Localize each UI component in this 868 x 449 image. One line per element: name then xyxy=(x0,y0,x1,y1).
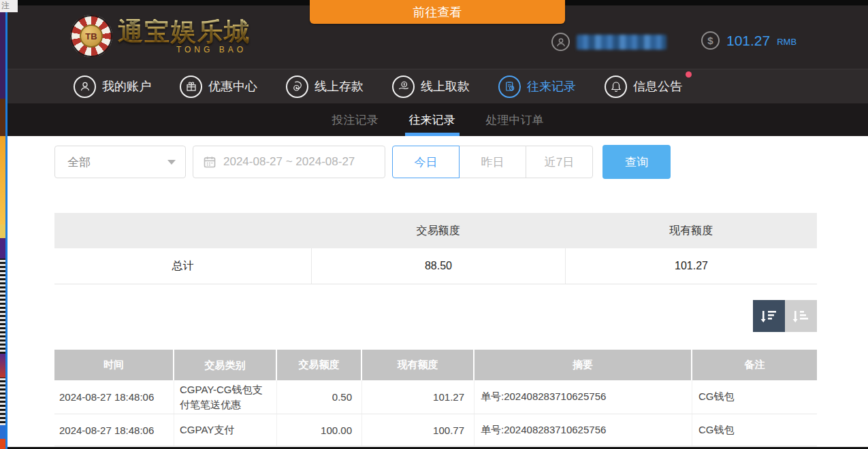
col-header-note: 备注 xyxy=(692,350,817,380)
notification-dot xyxy=(686,71,692,78)
type-select[interactable]: 全部 xyxy=(54,146,186,178)
summary-transaction-total: 88.50 xyxy=(311,248,565,284)
balance-currency: RMB xyxy=(777,37,797,47)
summary-total-label: 总计 xyxy=(54,248,311,284)
tab-bet-records[interactable]: 投注记录 xyxy=(332,112,379,136)
nav-label: 线上存款 xyxy=(315,78,364,95)
last7days-button[interactable]: 近7日 xyxy=(526,146,593,178)
poker-chip-icon: TB xyxy=(70,15,112,57)
today-button[interactable]: 今日 xyxy=(392,146,460,178)
sub-tabs: 投注记录 往来记录 处理中订单 xyxy=(7,103,868,136)
nav-item-deposit[interactable]: 线上存款 xyxy=(286,76,364,98)
background-page-sliver xyxy=(0,0,5,449)
username-masked xyxy=(577,35,666,50)
main-nav: 我的账户 优惠中心 线上存款 线上取款 xyxy=(7,69,868,103)
col-header-amount: 交易额度 xyxy=(277,350,362,380)
app-window: 前往查看 TB 通宝娱乐城 TONG BAO xyxy=(7,0,868,449)
cell-note: CG钱包 xyxy=(692,414,817,446)
nav-item-promotions[interactable]: 优惠中心 xyxy=(180,76,257,98)
goto-view-button[interactable]: 前往查看 xyxy=(310,0,565,24)
cell-summary: 单号:202408283710625756 xyxy=(475,380,692,414)
coin-icon: $ xyxy=(701,31,720,50)
sort-ascending-button[interactable] xyxy=(785,300,817,332)
table-row: 2024-08-27 18:48:06 CGPAY-CG钱包支付笔笔送优惠 0.… xyxy=(54,380,817,414)
nav-label: 往来记录 xyxy=(527,78,576,95)
nav-item-my-account[interactable]: 我的账户 xyxy=(74,76,151,98)
summary-total-row: 总计 88.50 101.27 xyxy=(54,248,817,284)
user-avatar-icon xyxy=(551,33,570,51)
logo-subtitle: TONG BAO xyxy=(176,46,246,54)
balance-area[interactable]: $ 101.27 RMB xyxy=(701,31,797,50)
chevron-down-icon xyxy=(167,160,176,165)
records-header-row: 时间 交易类别 交易额度 现有额度 摘要 备注 xyxy=(54,350,817,380)
cell-amount: 100.00 xyxy=(277,414,362,446)
summary-current-total: 101.27 xyxy=(565,248,817,284)
page: 注 前往查看 TB 通宝娱乐城 TONG BAO xyxy=(0,0,868,449)
user-area[interactable] xyxy=(551,33,666,51)
cell-amount: 0.50 xyxy=(277,380,362,414)
records-table: 时间 交易类别 交易额度 现有额度 摘要 备注 2024-08-27 18:48… xyxy=(54,350,817,446)
summary-header-current: 现有额度 xyxy=(565,213,817,248)
nav-label: 信息公告 xyxy=(633,78,682,95)
tab-pending-orders[interactable]: 处理中订单 xyxy=(486,112,544,136)
nav-label: 优惠中心 xyxy=(208,78,257,95)
tab-transaction-records[interactable]: 往来记录 xyxy=(409,112,455,136)
table-row: 2024-08-27 18:48:06 CGPAY支付 100.00 100.7… xyxy=(54,414,817,446)
cell-type: CGPAY支付 xyxy=(174,414,277,446)
background-page-tab: 注 xyxy=(0,0,18,12)
gift-icon xyxy=(180,76,202,98)
content: 全部 2024-08-27 ~ 2024-08-27 今日 昨日 近7日 xyxy=(7,136,868,449)
logo-title: 通宝娱乐城 xyxy=(118,19,251,44)
summary-header-transaction: 交易额度 xyxy=(311,213,565,248)
col-header-balance: 现有额度 xyxy=(362,350,475,380)
nav-label: 线上取款 xyxy=(421,78,470,95)
summary-table: 交易额度 现有额度 总计 88.50 101.27 xyxy=(54,213,817,284)
withdraw-icon xyxy=(392,76,415,98)
scrollbar[interactable] xyxy=(5,0,7,449)
search-button[interactable]: 查询 xyxy=(602,145,671,179)
nav-item-withdraw[interactable]: 线上取款 xyxy=(392,76,470,98)
records-icon xyxy=(498,76,521,98)
filter-row: 全部 2024-08-27 ~ 2024-08-27 今日 昨日 近7日 xyxy=(54,145,868,179)
col-header-type: 交易类别 xyxy=(174,350,277,380)
sort-controls xyxy=(54,300,817,332)
sort-ascending-icon xyxy=(792,307,810,325)
balance-value: 101.27 xyxy=(726,33,770,49)
cell-type: CGPAY-CG钱包支付笔笔送优惠 xyxy=(174,380,277,414)
quick-date-group: 今日 昨日 近7日 xyxy=(392,146,593,178)
cell-note: CG钱包 xyxy=(692,380,817,414)
deposit-icon xyxy=(286,76,308,98)
summary-header-empty xyxy=(54,213,311,248)
cell-balance: 100.77 xyxy=(362,414,475,446)
cell-time: 2024-08-27 18:48:06 xyxy=(54,380,174,414)
sort-descending-button[interactable] xyxy=(753,300,785,332)
bell-icon xyxy=(605,76,627,98)
nav-label: 我的账户 xyxy=(102,78,151,95)
logo[interactable]: TB 通宝娱乐城 TONG BAO xyxy=(70,15,251,57)
user-icon xyxy=(74,76,96,98)
cell-balance: 101.27 xyxy=(362,380,475,414)
summary-header-row: 交易额度 现有额度 xyxy=(54,213,817,248)
nav-item-announcements[interactable]: 信息公告 xyxy=(605,76,682,98)
yesterday-button[interactable]: 昨日 xyxy=(459,146,526,178)
cell-summary: 单号:202408283710625756 xyxy=(475,414,692,446)
date-range-input[interactable]: 2024-08-27 ~ 2024-08-27 xyxy=(193,146,385,178)
nav-item-transactions[interactable]: 往来记录 xyxy=(498,76,576,98)
sort-descending-icon xyxy=(760,307,778,325)
col-header-summary: 摘要 xyxy=(475,350,692,380)
calendar-icon xyxy=(203,155,216,169)
cell-time: 2024-08-27 18:48:06 xyxy=(54,414,174,446)
col-header-time: 时间 xyxy=(54,350,174,380)
